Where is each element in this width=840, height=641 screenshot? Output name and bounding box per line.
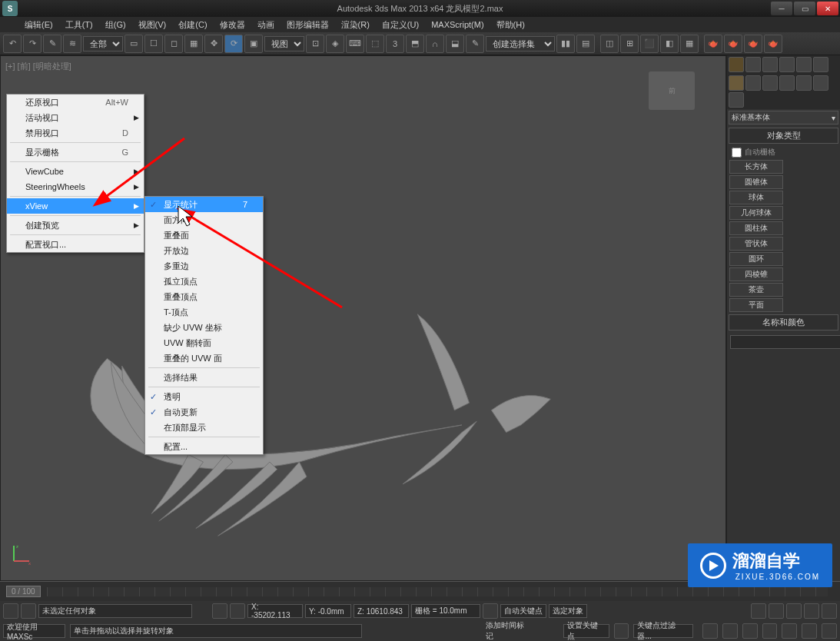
key-filters-button[interactable]: 关键点过滤器... xyxy=(633,624,693,638)
menu-item-缺少-UVW-坐标[interactable]: 缺少 UVW 坐标 xyxy=(145,320,263,335)
rotate-icon[interactable]: ⟳ xyxy=(224,35,243,53)
menu-animation[interactable]: 动画 xyxy=(251,18,281,32)
menu-item-配置视口...[interactable]: 配置视口... xyxy=(7,237,144,252)
close-button[interactable]: ✕ xyxy=(817,2,838,15)
maximize-button[interactable]: ▭ xyxy=(794,2,815,15)
menu-item-开放边[interactable]: 开放边 xyxy=(145,243,263,258)
menu-item-在顶部显示[interactable]: 在顶部显示 xyxy=(145,420,263,435)
coord-y[interactable]: Y: -0.0mm xyxy=(305,604,351,618)
spacewarps-category-icon[interactable] xyxy=(813,75,828,91)
menu-item-孤立顶点[interactable]: 孤立顶点 xyxy=(145,274,263,289)
rendered-frame-icon[interactable]: ▦ xyxy=(680,35,699,53)
pivot-icon[interactable]: ⊡ xyxy=(306,35,324,53)
scale-icon[interactable]: ▣ xyxy=(244,35,263,53)
curve-editor-icon[interactable]: ◫ xyxy=(600,35,619,53)
geometry-category-icon[interactable] xyxy=(729,75,744,91)
shapes-category-icon[interactable] xyxy=(745,75,761,91)
angle-snap-icon[interactable]: 3 xyxy=(386,35,404,53)
layers-icon[interactable]: ▤ xyxy=(576,35,595,53)
menu-item-选择结果[interactable]: 选择结果 xyxy=(145,370,263,385)
autogrid-checkbox[interactable] xyxy=(732,148,742,158)
menu-rendering[interactable]: 渲染(R) xyxy=(335,18,376,32)
menu-item-禁用视口[interactable]: 禁用视口D xyxy=(7,125,144,141)
align-icon[interactable]: ▮▮ xyxy=(556,35,575,53)
menu-customize[interactable]: 自定义(U) xyxy=(376,18,425,32)
cylinder-button[interactable]: 圆柱体 xyxy=(729,221,783,235)
menu-item-还原视口[interactable]: 还原视口Alt+W xyxy=(7,95,144,110)
render-active-icon[interactable]: 🫖 xyxy=(744,35,762,53)
named-selection-sets[interactable]: 创建选择集 xyxy=(486,36,555,51)
menu-item-活动视口[interactable]: 活动视口▶ xyxy=(7,110,144,125)
viewcube[interactable]: 前 xyxy=(649,71,695,110)
render-prod-icon[interactable]: 🫖 xyxy=(704,35,722,53)
menu-item-xView[interactable]: xView▶ xyxy=(7,198,144,214)
select-name-icon[interactable]: ☐ xyxy=(144,35,163,53)
menu-help[interactable]: 帮助(H) xyxy=(490,18,531,32)
orbit-icon[interactable] xyxy=(802,623,817,639)
menu-item-面方向[interactable]: 面方向 xyxy=(145,212,263,228)
zoom-extents-icon[interactable] xyxy=(742,623,758,639)
autokey-button[interactable]: 自动关键点 xyxy=(500,604,546,618)
window-crossing-icon[interactable]: ▦ xyxy=(184,35,203,53)
edit-named-sel-icon[interactable]: ⬓ xyxy=(446,35,464,53)
isolate-icon[interactable] xyxy=(21,603,36,619)
coord-x[interactable]: X: -35202.113 xyxy=(247,604,303,618)
menu-item-显示统计[interactable]: ✓显示统计7 xyxy=(145,197,263,212)
move-icon[interactable]: ✥ xyxy=(204,35,223,53)
render-iter-icon[interactable]: 🫖 xyxy=(724,35,742,53)
plane-button[interactable]: 平面 xyxy=(729,298,783,312)
menu-item-显示栅格[interactable]: 显示栅格G xyxy=(7,144,144,160)
display-tab-icon[interactable] xyxy=(796,57,812,72)
menu-item-重叠顶点[interactable]: 重叠顶点 xyxy=(145,289,263,304)
systems-category-icon[interactable] xyxy=(729,92,744,108)
pan-icon[interactable] xyxy=(782,623,797,639)
select-icon[interactable]: ▭ xyxy=(125,35,143,53)
cameras-category-icon[interactable] xyxy=(779,75,795,91)
render-last-icon[interactable]: 🫖 xyxy=(764,35,782,53)
motion-tab-icon[interactable] xyxy=(779,57,795,72)
menu-item-创建预览[interactable]: 创建预览▶ xyxy=(7,218,144,233)
pyramid-button[interactable]: 四棱锥 xyxy=(729,267,783,281)
zoom-icon[interactable] xyxy=(702,623,718,639)
time-config-icon[interactable] xyxy=(483,603,498,619)
menu-item-重叠面[interactable]: 重叠面 xyxy=(145,228,263,243)
redo-icon[interactable]: ↷ xyxy=(23,35,42,53)
selection-filter[interactable]: 全部 xyxy=(83,36,123,51)
menu-views[interactable]: 视图(V) xyxy=(132,18,173,32)
menu-modifiers[interactable]: 修改器 xyxy=(214,18,251,32)
name-color-rollout[interactable]: 名称和颜色 xyxy=(729,314,838,330)
menu-item-配置...[interactable]: 配置... xyxy=(145,439,263,454)
torus-button[interactable]: 圆环 xyxy=(729,252,783,266)
menu-item-透明[interactable]: ✓透明 xyxy=(145,389,263,404)
select-region-icon[interactable]: ◻ xyxy=(164,35,183,53)
hierarchy-tab-icon[interactable] xyxy=(762,57,778,72)
sphere-button[interactable]: 球体 xyxy=(729,191,783,204)
add-time-tag[interactable]: 添加时间标记 xyxy=(486,620,531,641)
tube-button[interactable]: 管状体 xyxy=(729,237,783,251)
play-icon-btn[interactable] xyxy=(786,603,802,619)
maxscript-mini-listener[interactable]: 欢迎使用 MAXSc xyxy=(3,624,65,638)
geosphere-button[interactable]: 几何球体 xyxy=(729,206,783,220)
viewport-label[interactable]: [+] [前] [明暗处理] xyxy=(5,61,71,72)
mirror-icon[interactable]: ✎ xyxy=(466,35,484,53)
menu-item-UVW-翻转面[interactable]: UVW 翻转面 xyxy=(145,335,263,350)
manipulate-icon[interactable]: ◈ xyxy=(326,35,344,53)
keyboard-shortcut-icon[interactable]: ⌨ xyxy=(346,35,364,53)
unlink-icon[interactable]: ≋ xyxy=(63,35,81,53)
coord-z[interactable]: Z: 10610.843 xyxy=(354,604,409,618)
object-type-rollout[interactable]: 对象类型 xyxy=(729,128,838,144)
schematic-view-icon[interactable]: ⊞ xyxy=(620,35,639,53)
minimize-button[interactable]: ─ xyxy=(771,2,792,15)
play-back-icon[interactable] xyxy=(751,603,766,619)
percent-snap-icon[interactable]: ⬒ xyxy=(406,35,424,53)
modify-tab-icon[interactable] xyxy=(745,57,761,72)
object-name-input[interactable] xyxy=(730,335,840,349)
lock-selection-icon[interactable] xyxy=(3,603,18,619)
helpers-category-icon[interactable] xyxy=(796,75,812,91)
spinner-snap-icon[interactable]: ∩ xyxy=(426,35,444,53)
lights-category-icon[interactable] xyxy=(762,75,778,91)
lock-icon[interactable] xyxy=(212,603,227,619)
undo-icon[interactable]: ↶ xyxy=(3,35,22,53)
menu-item-重叠的-UVW-面[interactable]: 重叠的 UVW 面 xyxy=(145,350,263,366)
render-setup-icon[interactable]: ◧ xyxy=(660,35,679,53)
